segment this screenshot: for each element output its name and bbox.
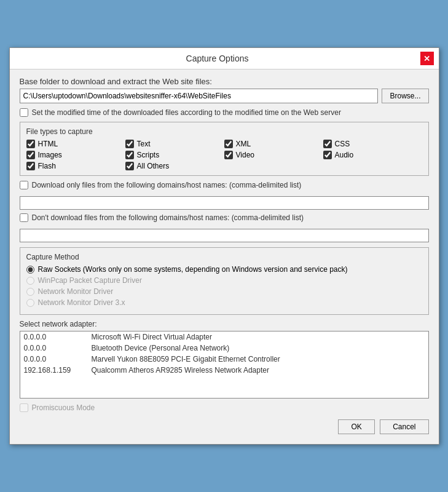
- checkbox-css[interactable]: [323, 140, 332, 148]
- radio-netmon3x-input: [26, 299, 34, 307]
- file-type-html: HTML: [26, 140, 125, 148]
- adapter-name: Qualcomm Atheros AR9285 Wireless Network…: [92, 366, 425, 375]
- radio-netmon3x: Network Monitor Driver 3.x: [26, 298, 422, 307]
- radio-netmon-input: [26, 288, 34, 296]
- checkbox-text[interactable]: [125, 140, 134, 148]
- label-flash: Flash: [38, 162, 56, 170]
- base-folder-input[interactable]: [20, 89, 379, 103]
- dialog-title: Capture Options: [15, 54, 420, 63]
- checkbox-audio[interactable]: [323, 151, 332, 159]
- title-bar: Capture Options ✕: [10, 48, 439, 69]
- label-audio: Audio: [335, 151, 354, 159]
- promiscuous-row: Promiscuous Mode: [20, 403, 429, 412]
- label-allothers: All Others: [137, 162, 170, 170]
- dont-download-checkbox[interactable]: [20, 213, 28, 222]
- file-type-scripts: Scripts: [125, 151, 224, 159]
- file-type-text: Text: [125, 140, 224, 148]
- checkbox-flash[interactable]: [26, 162, 35, 170]
- file-type-xml: XML: [224, 140, 323, 148]
- label-netmon3x: Network Monitor Driver 3.x: [38, 298, 125, 307]
- download-only-input[interactable]: [20, 196, 429, 210]
- modified-time-checkbox[interactable]: [20, 108, 28, 117]
- base-folder-label: Base folder to download and extract the …: [20, 77, 429, 86]
- dont-download-section: Don't download files from the following …: [20, 213, 429, 242]
- adapter-name: Microsoft Wi-Fi Direct Virtual Adapter: [92, 333, 425, 341]
- label-raw-sockets: Raw Sockets (Works only on some systems,…: [38, 265, 348, 274]
- file-type-images: Images: [26, 151, 125, 159]
- adapter-list[interactable]: 0.0.0.0 Microsoft Wi-Fi Direct Virtual A…: [20, 331, 429, 399]
- modified-time-row: Set the modified time of the downloaded …: [20, 108, 429, 117]
- radio-netmon: Network Monitor Driver: [26, 287, 422, 296]
- dont-download-row: Don't download files from the following …: [20, 213, 429, 222]
- label-video: Video: [236, 151, 254, 159]
- ok-button[interactable]: OK: [338, 419, 375, 434]
- dont-download-input[interactable]: [20, 229, 429, 242]
- label-css: CSS: [335, 140, 350, 148]
- label-images: Images: [38, 151, 62, 159]
- checkbox-scripts[interactable]: [125, 151, 134, 159]
- base-folder-row: Browse...: [20, 89, 429, 103]
- label-html: HTML: [38, 140, 58, 148]
- adapter-ip: 0.0.0.0: [24, 355, 92, 363]
- radio-winpcap-input: [26, 277, 34, 285]
- browse-button[interactable]: Browse...: [382, 89, 428, 103]
- capture-options-dialog: Capture Options ✕ Base folder to downloa…: [9, 47, 439, 445]
- table-row[interactable]: 0.0.0.0 Bluetooth Device (Personal Area …: [20, 343, 428, 354]
- file-type-allothers: All Others: [125, 162, 224, 170]
- label-xml: XML: [236, 140, 251, 148]
- table-row[interactable]: 0.0.0.0 Microsoft Wi-Fi Direct Virtual A…: [20, 331, 428, 343]
- promiscuous-label: Promiscuous Mode: [32, 403, 95, 412]
- file-type-flash: Flash: [26, 162, 125, 170]
- checkbox-allothers[interactable]: [125, 162, 134, 170]
- adapter-ip: 0.0.0.0: [24, 344, 92, 352]
- radio-raw-sockets-input[interactable]: [26, 266, 34, 274]
- radio-raw-sockets: Raw Sockets (Works only on some systems,…: [26, 265, 422, 274]
- checkbox-images[interactable]: [26, 151, 35, 159]
- download-only-checkbox[interactable]: [20, 181, 28, 189]
- promiscuous-checkbox: [20, 403, 28, 412]
- adapter-name: Bluetooth Device (Personal Area Network): [92, 344, 425, 352]
- file-type-video: Video: [224, 151, 323, 159]
- file-types-title: File types to capture: [26, 127, 422, 136]
- cancel-button[interactable]: Cancel: [380, 419, 428, 434]
- close-button[interactable]: ✕: [420, 52, 434, 65]
- capture-method-title: Capture Method: [26, 253, 422, 261]
- dont-download-label: Don't download files from the following …: [32, 213, 304, 222]
- dialog-content: Base folder to download and extract the …: [10, 69, 439, 444]
- file-types-grid: HTML Text XML CSS Images: [26, 140, 422, 170]
- label-scripts: Scripts: [137, 151, 160, 159]
- adapter-label: Select network adapter:: [20, 320, 429, 328]
- adapter-name: Marvell Yukon 88E8059 PCI-E Gigabit Ethe…: [92, 355, 425, 363]
- adapter-ip: 192.168.1.159: [24, 366, 92, 375]
- adapter-ip: 0.0.0.0: [24, 333, 92, 341]
- radio-winpcap: WinPcap Packet Capture Driver: [26, 276, 422, 285]
- label-netmon: Network Monitor Driver: [38, 287, 114, 296]
- adapter-section: Select network adapter: 0.0.0.0 Microsof…: [20, 320, 429, 399]
- file-types-group: File types to capture HTML Text XML CSS: [20, 122, 429, 176]
- label-winpcap: WinPcap Packet Capture Driver: [38, 276, 142, 285]
- file-type-css: CSS: [323, 140, 422, 148]
- download-only-label: Download only files from the following d…: [32, 181, 302, 189]
- label-text: Text: [137, 140, 151, 148]
- download-only-row: Download only files from the following d…: [20, 181, 429, 189]
- checkbox-html[interactable]: [26, 140, 35, 148]
- button-row: OK Cancel: [20, 419, 429, 437]
- table-row[interactable]: 0.0.0.0 Marvell Yukon 88E8059 PCI-E Giga…: [20, 354, 428, 365]
- checkbox-video[interactable]: [224, 151, 233, 159]
- modified-time-label: Set the modified time of the downloaded …: [32, 108, 341, 117]
- table-row[interactable]: 192.168.1.159 Qualcomm Atheros AR9285 Wi…: [20, 365, 428, 376]
- file-type-audio: Audio: [323, 151, 422, 159]
- download-only-section: Download only files from the following d…: [20, 181, 429, 210]
- capture-method-group: Capture Method Raw Sockets (Works only o…: [20, 247, 429, 315]
- checkbox-xml[interactable]: [224, 140, 233, 148]
